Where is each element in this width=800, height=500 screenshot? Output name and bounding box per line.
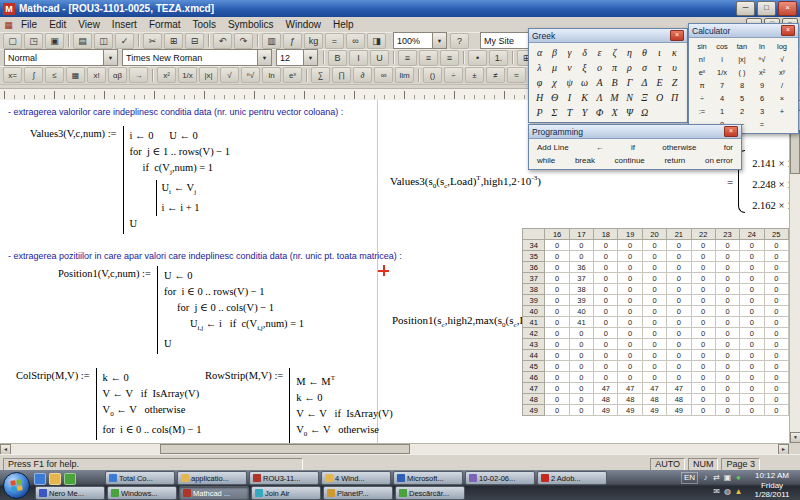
greek-icon[interactable]: αβ bbox=[108, 67, 127, 83]
programming-palette-title-bar[interactable]: Programming × bbox=[529, 125, 741, 139]
greek-Υ[interactable]: Υ bbox=[577, 105, 592, 120]
math-region-position1[interactable]: Position1(V,c,num) :=U ← 0for i ∈ 0 .. r… bbox=[58, 266, 304, 354]
program-line[interactable]: Ui ← Vj bbox=[156, 180, 231, 200]
program-line[interactable]: V ← V if IsArray(V) bbox=[103, 386, 202, 402]
function-signature[interactable]: RowStrip(M,V) := bbox=[205, 368, 283, 384]
greek-α[interactable]: α bbox=[532, 45, 547, 60]
style-select[interactable]: Normal ▼ bbox=[4, 49, 118, 66]
program-line[interactable]: V0 ← V otherwise bbox=[103, 402, 202, 422]
prog-break[interactable]: break bbox=[570, 154, 600, 167]
prog-for[interactable]: for bbox=[719, 141, 738, 154]
font-select[interactable]: Times New Roman ▼ bbox=[122, 49, 272, 66]
calc-x[interactable]: |x| bbox=[732, 53, 752, 66]
infinity-icon[interactable]: ∞ bbox=[374, 67, 393, 83]
program-line[interactable]: U ← 0 bbox=[164, 268, 304, 284]
document-icon[interactable]: ▦ bbox=[2, 20, 15, 30]
prog-otherwise[interactable]: otherwise bbox=[657, 141, 701, 154]
program-line[interactable]: k ← 0 bbox=[296, 390, 393, 406]
calc-log[interactable]: log bbox=[772, 40, 792, 53]
calc-3[interactable]: 3 bbox=[752, 105, 772, 118]
greek-π[interactable]: π bbox=[607, 60, 622, 75]
calc-6[interactable]: 6 bbox=[752, 92, 772, 105]
alert-tray-icon[interactable]: ▲ bbox=[733, 486, 744, 497]
redo-icon[interactable]: ↷ bbox=[234, 33, 253, 49]
menu-help[interactable]: Help bbox=[327, 19, 360, 30]
close-icon[interactable]: × bbox=[670, 30, 684, 41]
prog-on-error[interactable]: on error bbox=[700, 154, 738, 167]
menu-view[interactable]: View bbox=[72, 19, 106, 30]
calc-1[interactable]: 1 bbox=[712, 105, 732, 118]
calc-( )[interactable]: ( ) bbox=[732, 66, 752, 79]
quicklaunch-media-icon[interactable] bbox=[64, 473, 76, 485]
greek-ο[interactable]: ο bbox=[592, 60, 607, 75]
ln-icon[interactable]: ln bbox=[262, 67, 281, 83]
taskbar-button-planetp[interactable]: PlanetP... bbox=[323, 486, 393, 500]
divide-icon[interactable]: ÷ bbox=[444, 67, 463, 83]
prog-add-line[interactable]: Add Line bbox=[532, 141, 574, 154]
greek-υ[interactable]: υ bbox=[667, 60, 682, 75]
derivative-icon[interactable]: ∂ bbox=[353, 67, 372, 83]
program-line[interactable]: V ← V if IsArray(V) bbox=[296, 406, 393, 422]
hyperlink-icon[interactable]: ∞ bbox=[346, 33, 365, 49]
calc-cos[interactable]: cos bbox=[712, 40, 732, 53]
greek-ζ[interactable]: ζ bbox=[607, 45, 622, 60]
insert-function-icon[interactable]: ƒ bbox=[283, 33, 302, 49]
greek-Φ[interactable]: Φ bbox=[592, 105, 607, 120]
calc-7[interactable]: 7 bbox=[712, 79, 732, 92]
exp-icon[interactable]: eˣ bbox=[283, 67, 302, 83]
prog-return[interactable]: return bbox=[659, 154, 690, 167]
copy-icon[interactable]: ⊞ bbox=[164, 33, 183, 49]
bold-icon[interactable]: B bbox=[328, 50, 347, 66]
greek-Ε[interactable]: Ε bbox=[652, 75, 667, 90]
function-signature[interactable]: Position1(V,c,num) := bbox=[58, 266, 151, 282]
close-button[interactable]: × bbox=[778, 1, 797, 16]
program-line[interactable]: M ← MT bbox=[296, 370, 393, 390]
program-line[interactable]: U bbox=[164, 336, 304, 352]
align-center-icon[interactable]: ≡ bbox=[419, 50, 438, 66]
print-icon[interactable]: ▤ bbox=[73, 33, 92, 49]
status-tray-icon[interactable]: ● bbox=[733, 472, 744, 483]
calc-=[interactable]: = bbox=[752, 118, 772, 131]
evaluate-icon[interactable]: x= bbox=[3, 67, 22, 83]
scroll-down-icon[interactable]: ▼ bbox=[790, 432, 800, 443]
greek-Β[interactable]: Β bbox=[607, 75, 622, 90]
sqrt-icon[interactable]: √ bbox=[220, 67, 239, 83]
greek-κ[interactable]: κ bbox=[667, 45, 682, 60]
taskbar-button-nero-me[interactable]: Nero Me... bbox=[35, 486, 105, 500]
save-icon[interactable]: ▣ bbox=[45, 33, 64, 49]
quicklaunch-browser-icon[interactable] bbox=[34, 473, 46, 485]
function-signature[interactable]: Values3(V,c,num) := bbox=[30, 126, 117, 142]
help-icon[interactable]: ? bbox=[450, 33, 469, 49]
calc-ⁿ√[interactable]: ⁿ√ bbox=[752, 53, 772, 66]
calc-π[interactable]: π bbox=[692, 79, 712, 92]
minimize-button[interactable]: ─ bbox=[736, 1, 755, 16]
align-left-icon[interactable]: ≡ bbox=[398, 50, 417, 66]
boolean-icon[interactable]: ≤ bbox=[45, 67, 64, 83]
calc-:=[interactable]: := bbox=[692, 105, 712, 118]
greek-Μ[interactable]: Μ bbox=[607, 90, 622, 105]
calc-4[interactable]: 4 bbox=[712, 92, 732, 105]
greek-φ[interactable]: φ bbox=[532, 75, 547, 90]
zoom-select[interactable]: 100% ▼ bbox=[393, 32, 447, 49]
greek-Ι[interactable]: Ι bbox=[562, 90, 577, 105]
matrix-icon[interactable]: ▦ bbox=[66, 67, 85, 83]
prog-while[interactable]: while bbox=[532, 154, 560, 167]
greek-Η[interactable]: Η bbox=[532, 90, 547, 105]
greek-γ[interactable]: γ bbox=[562, 45, 577, 60]
greek-χ[interactable]: χ bbox=[547, 75, 562, 90]
calculator-palette-title-bar[interactable]: Calculator × bbox=[689, 24, 798, 38]
greek-Π[interactable]: Π bbox=[667, 90, 682, 105]
align-right-icon[interactable]: ≡ bbox=[440, 50, 459, 66]
menu-window[interactable]: Window bbox=[279, 19, 327, 30]
math-region-rowstrip[interactable]: RowStrip(M,V) :=M ← MTk ← 0V ← V if IsAr… bbox=[205, 368, 393, 443]
greek-δ[interactable]: δ bbox=[577, 45, 592, 60]
math-region-colstrip[interactable]: ColStrip(M,V) :=k ← 0V ← V if IsArray(V)… bbox=[16, 368, 201, 440]
inverse-icon[interactable]: 1/x bbox=[178, 67, 197, 83]
paste-icon[interactable]: ⊟ bbox=[185, 33, 204, 49]
taskbar-button-microsoft[interactable]: Microsoft... bbox=[393, 471, 463, 485]
greek-β[interactable]: β bbox=[547, 45, 562, 60]
numbering-icon[interactable]: 1. bbox=[489, 50, 508, 66]
taskbar-button-rou3-11[interactable]: ROU3-11... bbox=[249, 471, 319, 485]
calc-9[interactable]: 9 bbox=[752, 79, 772, 92]
calc-sin[interactable]: sin bbox=[692, 40, 712, 53]
